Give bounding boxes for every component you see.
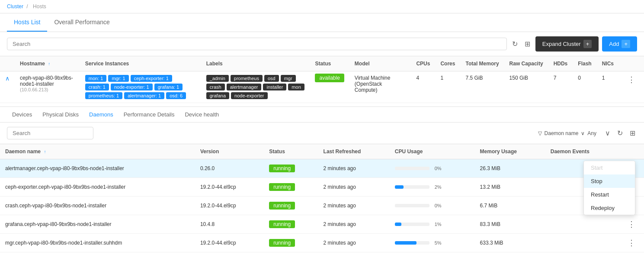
daemon-cpu-usage: 1% — [390, 215, 475, 234]
table-row: ∧ ceph-vpap-i80-9bx9bs-node1-installer (… — [0, 71, 644, 103]
daemon-row: crash.ceph-vpap-i80-9bx9bs-node1-install… — [0, 197, 644, 215]
daemon-version: 10.4.8 — [195, 215, 264, 234]
row-expand-icon[interactable]: ∧ — [5, 75, 10, 82]
daemon-events — [545, 234, 619, 252]
label-admin: _admin — [206, 75, 229, 82]
daemon-columns-icon[interactable]: ⊞ — [628, 127, 637, 139]
badge-osd: osd: 6 — [166, 92, 186, 99]
col-memory-usage: Memory Usage — [475, 144, 545, 159]
context-menu: Start Stop Restart Redeploy — [583, 161, 635, 215]
context-menu-stop[interactable]: Stop — [584, 174, 635, 188]
label-installer: installer — [263, 84, 286, 90]
cpus: 4 — [411, 71, 435, 103]
cores: 1 — [435, 71, 460, 103]
daemon-name: mgr.ceph-vpap-i80-9bx9bs-node1-installer… — [0, 234, 195, 252]
context-menu-restart[interactable]: Restart — [584, 188, 635, 201]
sub-tabs: Devices Physical Disks Daemons Performan… — [0, 106, 644, 123]
label-node-exporter: node-exporter — [231, 92, 268, 99]
daemon-section: ▽ Daemon name ∨ Any ∨ ↻ ⊞ Daemon name ↑ — [0, 123, 644, 252]
col-daemon-status: Status — [264, 144, 318, 159]
tab-daemons[interactable]: Daemons — [84, 107, 119, 122]
daemon-table: Daemon name ↑ Version Status Last Refres… — [0, 144, 644, 252]
daemon-memory-usage: 83.3 MiB — [475, 215, 545, 234]
daemon-cpu-usage: 5% — [390, 234, 475, 252]
daemon-last-refreshed: 2 minutes ago — [318, 234, 390, 252]
col-daemon-name[interactable]: Daemon name ↑ — [0, 144, 195, 159]
refresh-icon[interactable]: ↻ — [510, 38, 519, 50]
col-last-refreshed: Last Refreshed — [318, 144, 390, 159]
badge-prometheus: prometheus: 1 — [85, 92, 122, 99]
daemon-table-container: Daemon name ↑ Version Status Last Refres… — [0, 144, 644, 252]
context-menu-start[interactable]: Start — [584, 161, 635, 174]
badge-crash: crash: 1 — [85, 84, 109, 90]
columns-icon[interactable]: ⊞ — [523, 38, 532, 50]
search-input[interactable] — [7, 38, 507, 50]
row-menu-icon[interactable]: ⋮ — [624, 74, 639, 85]
daemon-row: mgr.ceph-vpap-i80-9bx9bs-node1-installer… — [0, 234, 644, 252]
daemon-cpu-usage: 2% — [390, 178, 475, 197]
expand-cluster-plus: + — [583, 40, 592, 48]
daemon-memory-usage: 26.3 MiB — [475, 159, 545, 178]
daemon-version: 0.26.0 — [195, 159, 264, 178]
col-daemon-events: Daemon Events — [545, 144, 619, 159]
badge-mgr: mgr: 1 — [108, 75, 128, 82]
label-mgr: mgr — [281, 75, 296, 82]
filter-funnel-icon: ▽ — [538, 130, 542, 136]
daemon-search-input[interactable] — [7, 127, 93, 139]
daemon-row: alertmanager.ceph-vpap-i80-9bx9bs-node1-… — [0, 159, 644, 178]
daemon-row: grafana.ceph-vpap-i80-9bx9bs-node1-insta… — [0, 215, 644, 234]
col-cpu-usage: CPU Usage — [390, 144, 475, 159]
daemon-memory-usage: 633.3 MiB — [475, 234, 545, 252]
label-alertmanager: alertmanager — [227, 84, 262, 90]
breadcrumb-cluster[interactable]: Cluster — [7, 3, 23, 10]
add-label: Add — [609, 41, 619, 47]
daemon-status: running — [264, 159, 318, 178]
add-button[interactable]: Add + — [602, 36, 637, 52]
col-status: Status — [310, 56, 349, 71]
tab-devices[interactable]: Devices — [7, 107, 37, 122]
daemon-memory-usage: 13.2 MiB — [475, 178, 545, 197]
daemon-status: running — [264, 234, 318, 252]
status-badge: available — [315, 74, 344, 82]
label-badges: _admin prometheus osd mgr crash alertman… — [206, 75, 305, 99]
daemon-status: running — [264, 197, 318, 215]
daemon-last-refreshed: 2 minutes ago — [318, 159, 390, 178]
daemon-filter-dropdown-icon[interactable]: ∨ — [603, 127, 612, 139]
daemon-cpu-usage: 0% — [390, 159, 475, 178]
filter-value: Any — [587, 130, 596, 136]
label-mon: mon — [288, 84, 304, 90]
badge-node-exporter: node-exporter: 1 — [111, 84, 153, 90]
daemon-name: crash.ceph-vpap-i80-9bx9bs-node1-install… — [0, 197, 195, 215]
tab-device-health[interactable]: Device health — [179, 107, 224, 122]
total-memory: 7.5 GiB — [460, 71, 504, 103]
nics: 1 — [597, 71, 619, 103]
tab-overall-performance[interactable]: Overall Performance — [47, 13, 116, 32]
col-hostname[interactable]: Hostname ↑ — [15, 56, 80, 71]
toolbar-icons: ↻ ⊞ Expand Cluster + Add + — [510, 36, 637, 52]
hdds: 7 — [548, 71, 573, 103]
expand-cluster-label: Expand Cluster — [542, 41, 581, 47]
tab-performance-details[interactable]: Performance Details — [119, 107, 180, 122]
daemon-version: 19.2.0-44.el9cp — [195, 197, 264, 215]
tab-hosts-list[interactable]: Hosts List — [7, 13, 47, 32]
col-hdds: HDDs — [548, 56, 573, 71]
add-plus: + — [622, 40, 630, 48]
daemon-memory-usage: 6.7 MiB — [475, 197, 545, 215]
hostname-ip: (10.0.66.213) — [20, 87, 75, 92]
col-cpus: CPUs — [411, 56, 435, 71]
daemon-name: alertmanager.ceph-vpap-i80-9bx9bs-node1-… — [0, 159, 195, 178]
daemon-name: ceph-exporter.ceph-vpap-i80-9bx9bs-node1… — [0, 178, 195, 197]
tab-physical-disks[interactable]: Physical Disks — [37, 107, 84, 122]
daemon-row-menu-icon[interactable]: ⋮ — [624, 238, 639, 248]
col-nics: NICs — [597, 56, 619, 71]
breadcrumb-hosts: Hosts — [33, 3, 46, 10]
daemon-row-menu-icon[interactable]: ⋮ — [624, 219, 639, 229]
expand-cluster-button[interactable]: Expand Cluster + — [535, 36, 599, 52]
col-version: Version — [195, 144, 264, 159]
label-grafana: grafana — [206, 92, 229, 99]
daemon-filter: ▽ Daemon name ∨ Any — [538, 130, 596, 136]
context-menu-redeploy[interactable]: Redeploy — [584, 201, 635, 215]
daemon-status: running — [264, 178, 318, 197]
col-labels: Labels — [201, 56, 310, 71]
daemon-refresh-icon[interactable]: ↻ — [615, 127, 625, 139]
